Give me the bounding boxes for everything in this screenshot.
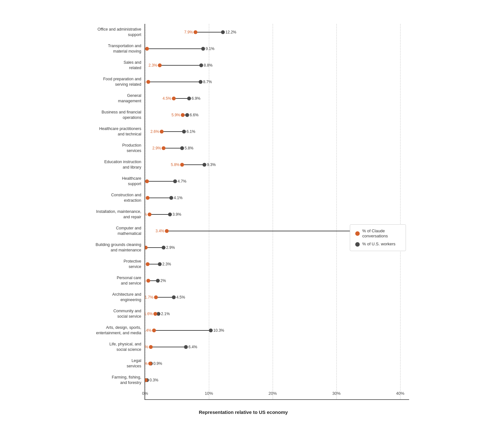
svg-text:12.2%: 12.2% [225, 30, 236, 34]
svg-point-57 [148, 213, 151, 216]
svg-point-16 [199, 80, 202, 84]
chart-row: 0.5%2% [145, 272, 409, 289]
svg-text:2.1%: 2.1% [161, 312, 170, 316]
svg-text:0.5%: 0.5% [145, 80, 146, 84]
svg-point-32 [160, 130, 164, 134]
chart-row: 5.9%6.6% [145, 107, 409, 123]
y-label: Sales andrelated [77, 57, 144, 74]
chart-row: 0.1%0.3% [145, 372, 409, 388]
legend-dot-workers [355, 242, 360, 247]
svg-point-7 [145, 47, 149, 51]
svg-point-81 [172, 295, 176, 299]
dumbbell-svg: 0.3%9.1% [145, 40, 432, 57]
svg-text:2.9%: 2.9% [152, 146, 161, 150]
chart-row: 7.9%12.2% [145, 24, 409, 40]
y-label: Business and financialoperations [77, 107, 144, 123]
svg-point-41 [202, 163, 206, 167]
svg-point-2 [194, 30, 197, 34]
chart-row: 0.9%6.4% [145, 339, 409, 355]
dumbbell-svg: 0.5%2% [145, 272, 432, 289]
svg-point-46 [173, 179, 177, 183]
svg-point-12 [158, 63, 162, 67]
svg-point-51 [169, 196, 173, 200]
chart-row: 5.8%9.3% [145, 156, 409, 173]
y-label: Personal careand service [77, 272, 144, 289]
svg-text:3.9%: 3.9% [173, 212, 181, 217]
chart-container: Office and administrativesupportTranspor… [71, 14, 422, 434]
svg-point-62 [165, 229, 169, 233]
dumbbell-svg: 2.3%8.8% [145, 57, 432, 74]
y-label: Computer andmathematical [77, 223, 144, 239]
svg-text:9.3%: 9.3% [207, 163, 216, 167]
svg-text:0.9%: 0.9% [153, 361, 162, 366]
chart-row: 1.4%10.3% [145, 322, 409, 339]
chart-row: 0.5%8.7% [145, 74, 409, 90]
svg-point-71 [158, 262, 162, 266]
dumbbell-svg: 0.4%2.3% [145, 256, 432, 272]
y-label: Community andsocial service [77, 306, 144, 322]
chart-row: 1.6%2.1% [145, 306, 409, 322]
svg-point-47 [145, 179, 149, 183]
chart-row: 2.9%5.8% [145, 140, 409, 156]
svg-point-72 [146, 262, 150, 266]
legend-dot-claude [355, 231, 360, 236]
x-tick-label: 0% [142, 391, 148, 396]
x-axis: 0%10%20%30%40% [145, 390, 409, 399]
chart-row: 1.7%4.5% [145, 289, 409, 306]
chart-row: 0.7%3.9% [145, 206, 409, 223]
svg-text:0.5%: 0.5% [145, 278, 146, 283]
svg-point-21 [187, 97, 191, 100]
svg-text:2%: 2% [160, 278, 166, 283]
svg-point-31 [182, 130, 186, 134]
y-label: Healthcare practitionersand technical [77, 123, 144, 140]
x-tick-label: 40% [396, 391, 404, 396]
svg-text:6.9%: 6.9% [192, 96, 201, 101]
x-tick-label: 30% [332, 391, 341, 396]
y-labels: Office and administrativesupportTranspor… [77, 24, 144, 400]
y-label: Food preparation andserving related [77, 74, 144, 90]
chart-row: 0.4%4.1% [145, 190, 409, 206]
y-label: Farming, fishing,and forestry [77, 372, 144, 388]
legend: % of Claude conversations % of U.S. work… [350, 224, 406, 251]
legend-claude-label: % of Claude conversations [362, 228, 401, 239]
y-label: Life, physical, andsocial science [77, 339, 144, 355]
svg-text:3.4%: 3.4% [156, 229, 165, 233]
plot-area: 7.9%12.2%0.3%9.1%2.3%8.8%0.5%8.7%4.5%6.9… [144, 24, 409, 400]
svg-point-42 [180, 163, 184, 167]
svg-point-92 [152, 329, 156, 332]
svg-text:2.6%: 2.6% [151, 129, 159, 134]
y-label: Arts, design, sports,entertainment, and … [77, 322, 144, 339]
svg-text:7.9%: 7.9% [184, 30, 193, 34]
svg-text:9.1%: 9.1% [206, 47, 215, 51]
svg-point-82 [154, 295, 158, 299]
y-label: Office and administrativesupport [77, 24, 144, 40]
dumbbell-svg: 0.9%6.4% [145, 339, 432, 355]
dumbbell-svg: 7.9%12.2% [145, 24, 432, 40]
y-label: Legalservices [77, 355, 144, 372]
svg-text:0.3%: 0.3% [150, 378, 158, 382]
svg-point-52 [146, 196, 150, 200]
dumbbell-svg: 2.6%6.1% [145, 123, 432, 140]
svg-point-76 [156, 279, 160, 283]
svg-point-77 [146, 279, 150, 283]
y-label: Healthcaresupport [77, 173, 144, 190]
svg-text:10.3%: 10.3% [213, 328, 224, 333]
chart-row: 4.5%6.9% [145, 90, 409, 107]
dumbbell-svg: 4.5%6.9% [145, 90, 432, 107]
svg-point-87 [153, 312, 157, 316]
x-axis-title: Representation relative to US economy [77, 409, 409, 415]
svg-text:8.8%: 8.8% [204, 63, 213, 68]
svg-text:5.8%: 5.8% [185, 146, 194, 150]
svg-text:0.7%: 0.7% [145, 212, 147, 217]
dumbbell-svg: 5.9%6.6% [145, 107, 432, 123]
svg-point-97 [149, 345, 153, 349]
svg-point-6 [201, 47, 205, 51]
svg-point-66 [162, 246, 166, 249]
svg-text:4.7%: 4.7% [178, 179, 187, 184]
svg-text:2.3%: 2.3% [149, 63, 158, 68]
svg-text:1.4%: 1.4% [145, 328, 151, 333]
dumbbell-svg: 2.9%5.8% [145, 140, 432, 156]
dumbbell-svg: 0.3%4.7% [145, 173, 432, 190]
legend-item-workers: % of U.S. workers [355, 242, 401, 247]
dumbbell-svg: 0.1%0.3% [145, 372, 432, 388]
